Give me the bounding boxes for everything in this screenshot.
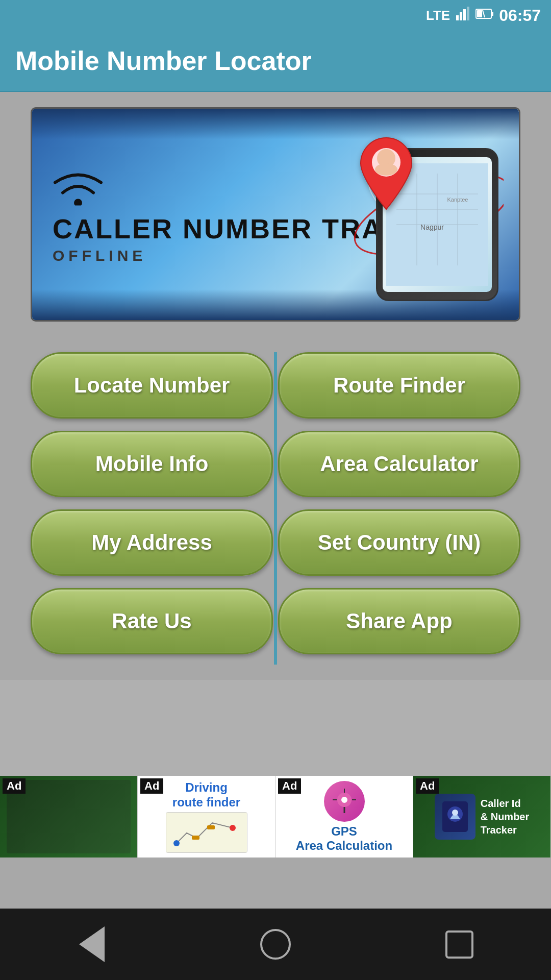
svg-rect-23	[166, 813, 247, 853]
main-content: CALLER NUMBER TRACKER OFFLINE	[0, 92, 551, 680]
svg-line-7	[483, 10, 485, 17]
ad-item-2[interactable]: Ad Drivingroute finder	[138, 776, 276, 857]
nav-bar	[0, 909, 551, 980]
share-app-label: Share App	[346, 609, 452, 633]
svg-point-32	[452, 810, 458, 816]
rate-us-label: Rate Us	[112, 609, 191, 633]
svg-point-25	[173, 840, 180, 846]
buttons-wrapper: Locate Number Route Finder Mobile Info A…	[31, 352, 520, 665]
bottom-spacer	[0, 857, 551, 909]
phone-illustration: Nagpur Kanptee	[330, 122, 504, 306]
area-calculator-button[interactable]: Area Calculator	[278, 431, 520, 497]
driving-ad-title: Drivingroute finder	[172, 780, 240, 810]
route-finder-label: Route Finder	[333, 373, 465, 398]
my-address-label: My Address	[91, 530, 212, 555]
time-display: 06:57	[499, 6, 541, 25]
svg-point-29	[341, 797, 347, 803]
svg-text:Nagpur: Nagpur	[420, 223, 444, 231]
back-icon	[79, 926, 105, 962]
locate-number-label: Locate Number	[74, 373, 230, 398]
location-pin	[356, 133, 417, 228]
app-title: Mobile Number Locator	[15, 45, 312, 76]
rate-us-button[interactable]: Rate Us	[31, 588, 273, 654]
driving-ad-content: Drivingroute finder	[161, 776, 253, 857]
home-icon	[260, 929, 291, 960]
back-button[interactable]	[66, 924, 117, 965]
ad-badge-4: Ad	[416, 778, 439, 794]
ad-item-3[interactable]: Ad GPSArea Calculation	[276, 776, 413, 857]
ad-item-4[interactable]: Ad Caller Id& NumberTracker	[413, 776, 551, 857]
set-country-button[interactable]: Set Country (IN)	[278, 509, 520, 576]
home-button[interactable]	[250, 924, 301, 965]
mobile-info-label: Mobile Info	[95, 452, 209, 476]
mobile-info-button[interactable]: Mobile Info	[31, 431, 273, 497]
svg-rect-26	[192, 836, 199, 840]
ad-badge-1: Ad	[3, 778, 26, 794]
set-country-label: Set Country (IN)	[318, 530, 481, 555]
gps-icon	[324, 781, 365, 822]
locate-number-button[interactable]: Locate Number	[31, 352, 273, 419]
ad-badge-2: Ad	[140, 778, 163, 794]
ad-banner: Ad Ad Drivingroute finder Ad	[0, 776, 551, 857]
gps-ad-text: GPSArea Calculation	[296, 824, 392, 853]
svg-rect-1	[460, 12, 462, 20]
battery-icon	[475, 7, 494, 24]
banner-image: CALLER NUMBER TRACKER OFFLINE	[31, 107, 520, 322]
svg-text:Kanptee: Kanptee	[447, 197, 468, 203]
svg-rect-5	[491, 12, 493, 16]
status-icons: LTE 06:57	[426, 6, 541, 25]
signal-icon	[455, 6, 470, 25]
svg-rect-6	[477, 10, 482, 17]
status-bar: LTE 06:57	[0, 0, 551, 31]
svg-rect-27	[207, 825, 215, 829]
svg-point-8	[74, 199, 82, 206]
svg-rect-3	[467, 7, 469, 20]
app-header: Mobile Number Locator	[0, 31, 551, 92]
svg-rect-0	[456, 15, 459, 20]
ad-badge-3: Ad	[278, 778, 301, 794]
lte-icon: LTE	[426, 8, 450, 23]
area-calculator-label: Area Calculator	[320, 452, 478, 476]
svg-point-24	[230, 825, 236, 831]
svg-point-22	[375, 163, 397, 176]
share-app-button[interactable]: Share App	[278, 588, 520, 654]
recents-icon	[445, 930, 473, 959]
route-finder-button[interactable]: Route Finder	[278, 352, 520, 419]
my-address-button[interactable]: My Address	[31, 509, 273, 576]
recents-button[interactable]	[434, 924, 485, 965]
ad-item-1[interactable]: Ad	[0, 776, 138, 857]
svg-rect-2	[463, 9, 466, 20]
